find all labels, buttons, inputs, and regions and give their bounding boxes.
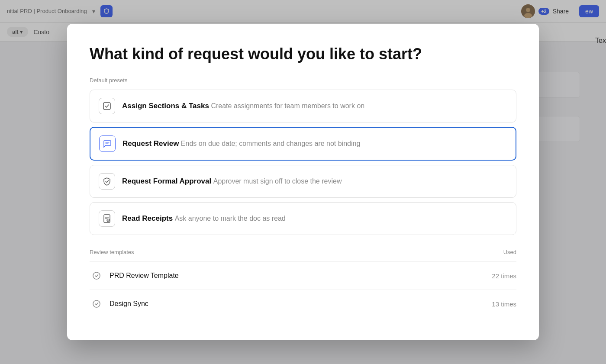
templates-header: Review templates Used [90, 249, 516, 255]
template-prd-icon [90, 269, 103, 283]
doc-check-icon [99, 210, 115, 227]
preset-assign[interactable]: Assign Sections & Tasks Create assignmen… [90, 90, 516, 122]
template-prd-name: PRD Review Template [110, 272, 486, 280]
template-prd-used: 22 times [492, 272, 516, 280]
modal-overlay: What kind of request would you like to s… [0, 0, 606, 364]
preset-assign-text: Assign Sections & Tasks Create assignmen… [122, 102, 364, 110]
shield-check-icon [99, 173, 115, 190]
preset-review-text: Request Review Ends on due date; comment… [122, 139, 360, 148]
templates-label: Review templates [90, 249, 134, 255]
preset-receipts[interactable]: Read Receipts Ask anyone to mark the doc… [90, 202, 516, 235]
chat-icon [99, 135, 116, 152]
modal-title: What kind of request would you like to s… [90, 45, 516, 63]
preset-review[interactable]: Request Review Ends on due date; comment… [90, 127, 516, 161]
preset-approval[interactable]: Request Formal Approval Approver must si… [90, 165, 516, 198]
preset-approval-text: Request Formal Approval Approver must si… [122, 177, 342, 186]
template-design-used: 13 times [492, 300, 516, 308]
svg-rect-3 [103, 103, 110, 110]
template-prd[interactable]: PRD Review Template 22 times [90, 261, 516, 290]
svg-point-8 [93, 272, 100, 279]
preset-receipts-text: Read Receipts Ask anyone to mark the doc… [122, 214, 286, 223]
template-design-icon [90, 297, 103, 311]
used-column-label: Used [503, 249, 516, 255]
template-design-name: Design Sync [110, 300, 486, 308]
default-presets-label: Default presets [90, 77, 516, 84]
svg-point-9 [93, 300, 100, 307]
request-type-modal: What kind of request would you like to s… [67, 24, 539, 340]
checkbox-icon [99, 98, 115, 114]
template-design[interactable]: Design Sync 13 times [90, 290, 516, 318]
